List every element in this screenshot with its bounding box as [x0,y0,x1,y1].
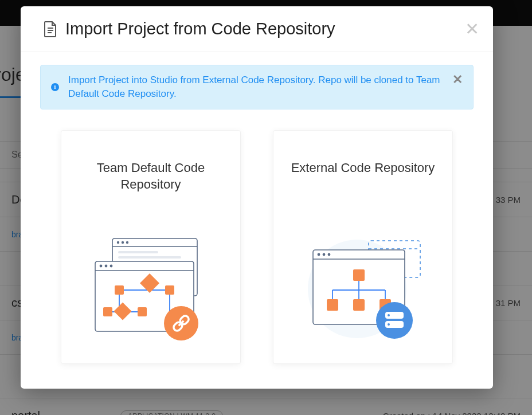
svg-point-13 [100,264,103,267]
svg-rect-24 [103,307,112,316]
svg-point-6 [122,241,124,243]
svg-rect-21 [115,285,124,295]
banner-close-button[interactable]: ✕ [452,73,463,86]
document-icon [44,21,57,37]
modal-body: Import Project into Studio from External… [21,52,493,377]
option-cards: Team Default Code Repository [40,130,474,364]
svg-point-7 [126,241,128,243]
svg-rect-22 [165,285,174,295]
svg-point-15 [110,264,113,267]
svg-point-51 [388,314,390,316]
info-icon [51,83,59,91]
svg-point-5 [117,241,119,243]
external-repo-illustration [287,196,439,352]
svg-rect-25 [138,307,147,316]
modal-title-text: Import Project from Code Repository [65,19,335,38]
card-title: External Code Repository [287,159,439,196]
svg-point-48 [376,302,413,339]
svg-point-36 [318,253,320,256]
banner-text: Import Project into Studio from External… [68,73,443,101]
card-title: Team Default Code Repository [75,159,226,196]
svg-rect-45 [327,299,338,311]
svg-rect-9 [118,256,181,259]
team-repo-illustration [75,196,226,352]
svg-point-38 [328,253,331,256]
svg-rect-46 [353,299,365,311]
svg-rect-44 [353,269,365,281]
info-banner: Import Project into Studio from External… [40,65,474,109]
team-default-repo-card[interactable]: Team Default Code Repository [61,130,241,364]
svg-rect-8 [118,251,158,253]
modal-title: Import Project from Code Repository [44,19,335,38]
svg-point-14 [105,264,108,267]
import-project-modal: Import Project from Code Repository ✕ Im… [21,6,493,389]
external-repo-card[interactable]: External Code Repository [273,130,453,364]
modal-header: Import Project from Code Repository ✕ [21,6,493,52]
svg-point-52 [388,323,390,326]
svg-point-37 [323,253,326,256]
close-button[interactable]: ✕ [465,21,479,38]
